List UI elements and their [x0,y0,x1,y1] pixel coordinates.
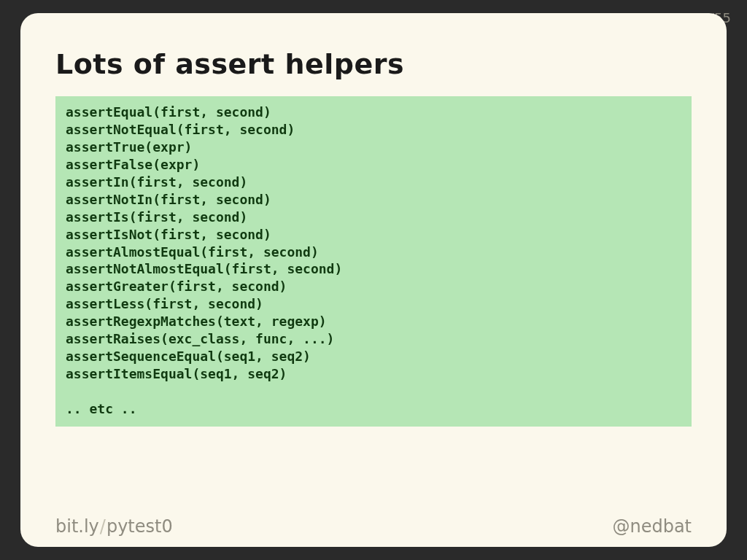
slide: Lots of assert helpers assertEqual(first… [20,13,727,547]
slide-title: Lots of assert helpers [55,48,692,80]
footer-link-slash: / [100,516,106,537]
footer-link: bit.ly/pytest0 [55,516,173,537]
footer-handle: @nedbat [612,516,692,537]
code-block: assertEqual(first, second) assertNotEqua… [55,96,692,427]
footer: bit.ly/pytest0 @nedbat [55,516,692,537]
footer-link-prefix: bit.ly [55,516,99,537]
footer-link-suffix: pytest0 [107,516,173,537]
